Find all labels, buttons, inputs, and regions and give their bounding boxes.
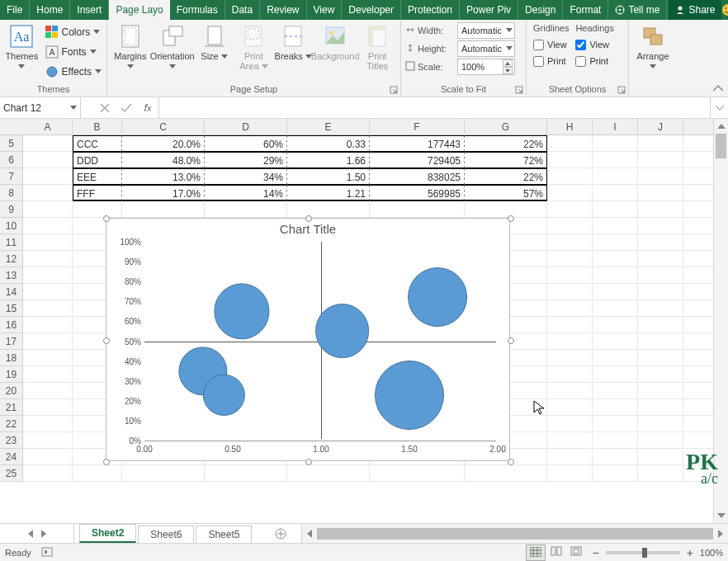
gridlines-print-check[interactable]: Print [530, 53, 572, 69]
col-header-H[interactable]: H [547, 119, 593, 135]
cell[interactable] [638, 284, 683, 300]
cell[interactable] [23, 234, 73, 251]
sheet-prev-icon[interactable] [26, 530, 35, 538]
cell[interactable] [593, 317, 638, 333]
col-header-A[interactable]: A [23, 119, 73, 135]
print-area-button[interactable]: PrintArea [234, 21, 274, 73]
tab-power-piv[interactable]: Power Piv [460, 0, 518, 20]
cell[interactable] [23, 383, 73, 399]
cell[interactable] [547, 234, 593, 251]
cell[interactable] [23, 168, 73, 185]
cell[interactable] [638, 267, 683, 284]
cell[interactable]: DDD [73, 152, 122, 168]
scroll-down-icon[interactable] [714, 508, 728, 523]
cell[interactable] [23, 350, 73, 366]
cell[interactable] [73, 201, 122, 218]
headings-view-check[interactable]: View [572, 36, 617, 53]
chart-plot-area[interactable]: 0%10%20%30%40%50%60%70%80%90%100%0.000.5… [144, 242, 496, 439]
cell[interactable]: 17.0% [122, 185, 205, 201]
cell[interactable] [547, 449, 593, 465]
cell[interactable] [638, 152, 683, 168]
scroll-thumb[interactable] [716, 134, 726, 158]
cell[interactable] [638, 383, 683, 399]
cell[interactable] [287, 201, 370, 218]
view-pagelayout-icon[interactable] [547, 544, 565, 561]
chart-bubble[interactable] [214, 284, 269, 339]
cell[interactable] [593, 168, 638, 185]
tab-page-layo[interactable]: Page Layo [109, 0, 169, 20]
cell[interactable] [23, 267, 73, 284]
formula-input[interactable] [159, 97, 710, 118]
cell[interactable] [638, 350, 683, 366]
row-header[interactable]: 9 [0, 201, 22, 218]
cell[interactable] [547, 366, 593, 383]
cell[interactable] [547, 152, 593, 168]
colors-button[interactable]: Colors [44, 23, 103, 41]
row-header[interactable]: 10 [0, 218, 22, 234]
chart-handle-ne[interactable] [508, 215, 514, 222]
cell[interactable]: 57% [465, 185, 547, 201]
zoom-in-button[interactable]: + [687, 546, 693, 559]
cell[interactable]: 0.33 [287, 135, 370, 152]
zoom-out-button[interactable]: − [592, 546, 598, 559]
cell[interactable] [547, 135, 593, 152]
row-header[interactable]: 13 [0, 267, 22, 284]
tab-view[interactable]: View [307, 0, 343, 20]
share-button[interactable]: Share [669, 0, 721, 20]
cell[interactable] [638, 185, 683, 201]
cell[interactable] [205, 201, 287, 218]
cell[interactable]: 13.0% [122, 168, 205, 185]
row-header[interactable]: 14 [0, 284, 22, 300]
fx-icon[interactable]: fx [137, 101, 158, 114]
arrange-button[interactable]: Arrange [632, 21, 674, 73]
background-button[interactable]: Background [313, 21, 357, 63]
cell[interactable] [547, 251, 593, 267]
tab-formulas[interactable]: Formulas [170, 0, 225, 20]
col-header-F[interactable]: F [370, 119, 465, 135]
row-header[interactable]: 22 [0, 416, 22, 432]
orientation-button[interactable]: Orientation [150, 21, 195, 73]
cell[interactable] [465, 201, 547, 218]
cell[interactable] [547, 399, 593, 416]
cell[interactable] [638, 168, 683, 185]
tab-format[interactable]: Format [563, 0, 608, 20]
cell[interactable] [547, 416, 593, 432]
tab-home[interactable]: Home [30, 0, 70, 20]
cell[interactable] [23, 317, 73, 333]
cell[interactable] [593, 185, 638, 201]
cell[interactable] [593, 135, 638, 152]
cell[interactable] [23, 284, 73, 300]
sheet-nav[interactable] [0, 524, 74, 543]
cell[interactable] [638, 300, 683, 317]
cell[interactable] [593, 432, 638, 449]
col-header-J[interactable]: J [638, 119, 683, 135]
cell[interactable]: EEE [73, 168, 122, 185]
hscroll-left-icon[interactable] [302, 526, 317, 541]
cell[interactable] [287, 465, 370, 482]
chart-handle-e[interactable] [508, 337, 514, 344]
cell[interactable]: 22% [465, 135, 547, 152]
cell[interactable]: 29% [205, 152, 287, 168]
cell[interactable] [547, 333, 593, 350]
cell[interactable] [638, 333, 683, 350]
macro-record-icon[interactable] [41, 546, 53, 559]
cell[interactable]: 1.50 [287, 168, 370, 185]
cell[interactable] [547, 350, 593, 366]
confirm-formula-icon[interactable] [116, 103, 137, 113]
row-header[interactable]: 5 [0, 135, 22, 152]
cell[interactable] [23, 399, 73, 416]
cell[interactable] [370, 465, 465, 482]
cell[interactable] [593, 399, 638, 416]
row-header[interactable]: 20 [0, 383, 22, 399]
collapse-ribbon-icon[interactable] [713, 83, 723, 95]
cell[interactable] [547, 300, 593, 317]
cell[interactable] [23, 432, 73, 449]
cell[interactable] [638, 399, 683, 416]
cell[interactable]: 34% [205, 168, 287, 185]
cell[interactable] [638, 366, 683, 383]
cell[interactable] [638, 234, 683, 251]
cell[interactable] [23, 251, 73, 267]
chart-bubble[interactable] [203, 374, 244, 415]
cell[interactable] [593, 300, 638, 317]
smiley-icon[interactable] [721, 0, 728, 20]
